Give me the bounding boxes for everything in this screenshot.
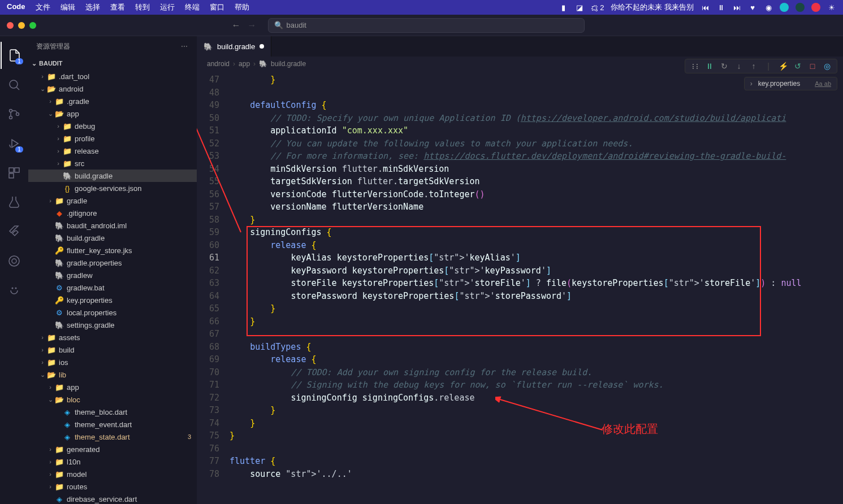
toolbar-stepover-icon[interactable]: ↻ [719,62,729,71]
code-line[interactable] [230,442,843,455]
code-line[interactable]: signingConfig signingConfigs.release [230,392,843,405]
code-line[interactable] [230,86,843,99]
tree-item-model[interactable]: ›📁model [28,468,197,480]
tree-item-build-gradle[interactable]: 🐘build.gradle [28,232,197,244]
tree-item--dart-tool[interactable]: ›📁.dart_tool [28,70,197,82]
code-line[interactable]: storePassword keystoreProperties["str">'… [230,290,843,303]
hot-restart-icon[interactable]: ↺ [793,62,803,71]
tree-item-debug[interactable]: ›📁debug [28,120,197,132]
nav-back-icon[interactable]: ← [232,20,241,31]
code-line[interactable]: flutter { [230,455,843,468]
menu-window[interactable]: 窗口 [210,2,224,12]
toolbar-stepout-icon[interactable]: ↑ [749,62,759,71]
code-line[interactable]: // You can update the following values t… [230,137,843,150]
menu-run[interactable]: 运行 [160,2,175,12]
code-line[interactable]: targetSdkVersion flutter.targetSdkVersio… [230,175,843,188]
nav-forward-icon[interactable]: → [248,20,257,31]
stop-icon[interactable]: □ [807,62,818,71]
tree-item-theme-state-dart[interactable]: ◈theme_state.dart3 [28,431,197,443]
swirl-icon[interactable] [796,3,805,12]
wechat-status[interactable]: 🗯 2 [591,3,604,12]
maximize-window-button[interactable] [29,22,36,29]
code-line[interactable]: } [230,315,843,328]
app-icon[interactable]: ◪ [575,3,584,12]
tree-item-build[interactable]: ›📁build [28,344,197,356]
tree-item-google-services-json[interactable]: {}google-services.json [28,182,197,194]
tree-item-theme-event-dart[interactable]: ◈theme_event.dart [28,418,197,431]
code-line[interactable]: applicationId "com.xxx.xxx" [230,124,843,137]
activity-target[interactable] [1,247,28,275]
tree-item-settings-gradle[interactable]: 🐘settings.gradle [28,319,197,331]
traffic-lights[interactable] [7,22,36,29]
code-line[interactable]: // Signing with the debug keys for now, … [230,379,843,392]
activity-test[interactable] [1,189,28,216]
minimize-window-button[interactable] [18,22,25,29]
menu-go[interactable]: 转到 [135,2,150,12]
tree-item-gradle[interactable]: ›📁gradle [28,194,197,207]
close-window-button[interactable] [7,22,14,29]
code-line[interactable]: release { [230,239,843,252]
toolbar-continue-icon[interactable]: ⫶⫶ [690,62,700,71]
heart-icon[interactable]: ♥ [748,3,757,12]
tree-item-l10n[interactable]: ›📁l10n [28,455,197,468]
code-line[interactable]: } [230,73,843,86]
activity-smile[interactable] [1,277,28,304]
activity-extensions[interactable] [1,159,28,186]
toolbar-pause-icon[interactable]: ⏸ [704,62,715,71]
menu-file[interactable]: 文件 [36,2,50,12]
tree-item-src[interactable]: ›📁src [28,157,197,170]
code-line[interactable]: buildTypes { [230,341,843,354]
activity-source-control[interactable] [1,101,28,128]
tree-item-ios[interactable]: ›📁ios [28,356,197,368]
prev-track-icon[interactable]: ⏮ [701,3,710,12]
tree-item-build-gradle[interactable]: 🐘build.gradle [28,170,197,182]
activity-explorer[interactable]: 1 [1,42,28,69]
code-line[interactable]: } [230,417,843,430]
code-line[interactable]: source "str">'../..' [230,468,843,481]
pause-icon[interactable]: ⏸ [716,3,725,12]
code-line[interactable]: defaultConfig { [230,99,843,112]
code-line[interactable]: // TODO: Specify your own unique Applica… [230,112,843,125]
tree-item-generated[interactable]: ›📁generated [28,443,197,455]
code-line[interactable]: keyPassword keystoreProperties["str">'ke… [230,264,843,277]
crumb-file[interactable]: build.gradle [271,60,306,68]
tree-item-theme-bloc-dart[interactable]: ◈theme_bloc.dart [28,406,197,418]
code-line[interactable]: } [230,404,843,417]
code-line[interactable]: versionName flutterVersionName [230,201,843,214]
tree-item-gradle-properties[interactable]: 🐘gradle.properties [28,257,197,269]
code-line[interactable]: release { [230,353,843,366]
tree-item-app[interactable]: ⌄📂app [28,107,197,120]
menu-edit[interactable]: 编辑 [60,2,75,12]
code-line[interactable]: versionCode flutterVersionCode.toInteger… [230,188,843,201]
tree-item-lib[interactable]: ⌄📂lib [28,368,197,381]
tree-item-routes[interactable]: ›📁routes [28,480,197,493]
tree-item-gradlew[interactable]: 🐘gradlew [28,269,197,281]
tab-build-gradle[interactable]: 🐘 build.gradle [197,36,271,57]
tree-item-bloc[interactable]: ⌄📂bloc [28,393,197,406]
tree-item-assets[interactable]: ›📁assets [28,331,197,344]
sidebar-more-icon[interactable]: ⋯ [181,42,189,50]
activity-debug[interactable]: 1 [1,130,28,157]
activity-flutter[interactable] [1,218,28,245]
command-center-search[interactable]: 🔍 baudit [268,18,585,33]
tree-item-flutter-key-store-jks[interactable]: 🔑flutter_key_store.jks [28,244,197,257]
code-line[interactable]: storeFile keystoreProperties["str">'stor… [230,277,843,290]
tree-item-gradlew-bat[interactable]: ⚙gradlew.bat [28,281,197,294]
tree-item-direbase-service-dart[interactable]: ◈direbase_service.dart [28,493,197,504]
tree-item-local-properties[interactable]: ⚙local.properties [28,306,197,319]
code-line[interactable]: minSdkVersion flutter.minSdkVersion [230,163,843,176]
inspector-icon[interactable]: ◎ [822,62,832,71]
menu-terminal[interactable]: 终端 [185,2,200,12]
code-line[interactable]: // TODO: Add your own signing config for… [230,366,843,379]
now-playing[interactable]: 你给不起的未来 我来告别 [611,2,694,12]
code-line[interactable]: signingConfigs { [230,226,843,239]
toolbar-stepin-icon[interactable]: ↓ [734,62,744,71]
menu-selection[interactable]: 选择 [85,2,100,12]
next-track-icon[interactable]: ⏭ [732,3,741,12]
crumb-app[interactable]: app [239,60,250,68]
code-line[interactable] [230,328,843,341]
activity-search[interactable] [1,71,28,98]
crumb-android[interactable]: android [207,60,230,68]
hot-reload-icon[interactable]: ⚡ [778,62,788,71]
tree-item-baudit-android-iml[interactable]: 🐘baudit_android.iml [28,219,197,232]
